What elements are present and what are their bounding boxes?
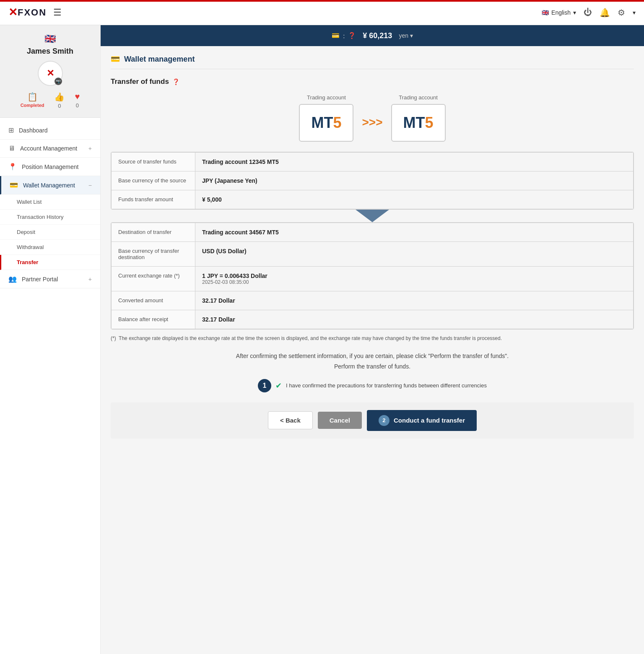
chevron-currency: ▾: [410, 32, 413, 39]
wallet-icon: 💳: [10, 181, 18, 189]
stat-completed: 📋 Completed: [21, 92, 44, 109]
chevron-down-icon: ▾: [573, 9, 576, 16]
top-navbar: ✕ FXON ☰ 🇬🇧 English ▾ ⏻ 🔔 ⚙ ▾: [0, 0, 644, 25]
power-icon[interactable]: ⏻: [584, 8, 592, 17]
currency-selector[interactable]: yen ▾: [399, 32, 413, 39]
sidebar-item-dashboard[interactable]: ⊞ Dashboard: [0, 121, 100, 140]
profile-stats: 📋 Completed 👍 0 ♥ 0: [7, 92, 93, 109]
section-title: Transfer of funds ❓: [111, 78, 634, 86]
main-content: 💳 : ❓ ¥ 60,213 yen ▾ 💳 Wallet management…: [101, 25, 644, 654]
converted-amount-label: Converted amount: [112, 291, 195, 310]
transfer-amount-value: ¥ 5,000: [195, 190, 634, 209]
expand-icon: +: [88, 276, 92, 283]
partner-icon: 👥: [8, 275, 17, 283]
flag-uk-icon: 🇬🇧: [542, 9, 549, 16]
source-account-col: Trading account MT 5: [299, 94, 353, 142]
logo-text: FXON: [18, 7, 47, 18]
stat-hearts: ♥ 0: [75, 92, 80, 109]
sidebar-item-transfer[interactable]: Transfer: [0, 255, 100, 270]
dest-info-table: Destination of transfer Trading account …: [111, 222, 634, 330]
withdrawal-label: Withdrawal: [17, 244, 44, 250]
hamburger-menu[interactable]: ☰: [53, 7, 62, 18]
sidebar-item-wallet-management[interactable]: 💳 Wallet Management −: [0, 176, 100, 195]
source-account-box: MT 5: [299, 104, 353, 142]
transfer-amount-label: Funds transfer amount: [112, 190, 195, 209]
sub-header: 💳 : ❓ ¥ 60,213 yen ▾: [101, 25, 644, 46]
section-help-icon[interactable]: ❓: [172, 78, 179, 85]
sidebar-item-label: Position Management: [22, 164, 78, 170]
transfer-label: Transfer: [17, 259, 38, 265]
source-funds-label: Source of transfer funds: [112, 153, 195, 171]
wallet-list-label: Wallet List: [17, 199, 42, 205]
sidebar-item-deposit[interactable]: Deposit: [0, 225, 100, 240]
table-row: Funds transfer amount ¥ 5,000: [112, 190, 634, 209]
avatar: ✕ 📷: [38, 61, 63, 86]
source-currency-label: Base currency of the source: [112, 171, 195, 190]
camera-icon[interactable]: 📷: [55, 78, 62, 85]
source-table: Source of transfer funds Trading account…: [111, 152, 634, 209]
checkbox-check-icon[interactable]: ✔: [275, 381, 282, 390]
sidebar-item-position-management[interactable]: 📍 Position Management: [0, 158, 100, 176]
exchange-rate-main: 1 JPY = 0.006433 Dollar: [202, 272, 626, 279]
monitor-icon: 🖥: [8, 145, 15, 152]
logo[interactable]: ✕ FXON: [8, 6, 47, 19]
page-header: 💳 Wallet management: [111, 54, 634, 69]
transfer-button-label: Conduct a fund transfer: [394, 417, 465, 424]
profile-flag: 🇬🇧: [7, 34, 93, 44]
page-title: Wallet management: [124, 55, 195, 64]
sidebar-item-partner-portal[interactable]: 👥 Partner Portal +: [0, 270, 100, 288]
help-circle-icon: ❓: [348, 32, 356, 39]
step1-badge: 1: [258, 379, 271, 392]
source-funds-value: Trading account 12345 MT5: [195, 153, 634, 171]
confirm-section: After confirming the settlement informat…: [111, 351, 634, 392]
table-row: Current exchange rate (*) 1 JPY = 0.0064…: [112, 267, 634, 291]
page-content: 💳 Wallet management Transfer of funds ❓ …: [101, 46, 644, 447]
sidebar-item-wallet-list[interactable]: Wallet List: [0, 195, 100, 210]
language-selector[interactable]: 🇬🇧 English ▾: [542, 9, 576, 16]
sidebar-item-label: Account Management: [20, 145, 77, 152]
source-currency-value: JPY (Japanese Yen): [195, 171, 634, 190]
logo-x: ✕: [8, 6, 18, 19]
sidebar-item-account-management[interactable]: 🖥 Account Management +: [0, 140, 100, 158]
dest-account-box: MT 5: [391, 104, 446, 142]
back-button[interactable]: < Back: [268, 411, 313, 429]
bell-icon[interactable]: 🔔: [600, 8, 610, 18]
balance-after-label: Balance after receipt: [112, 310, 195, 329]
step2-badge: 2: [379, 415, 390, 426]
transaction-history-label: Transaction History: [17, 214, 64, 220]
balance-after-value: 32.17 Dollar: [195, 310, 634, 329]
dest-mt-text: MT: [403, 114, 425, 132]
checkbox-row: 1 ✔ I have confirmed the precautions for…: [111, 379, 634, 392]
table-row: Balance after receipt 32.17 Dollar: [112, 310, 634, 329]
transfer-arrow-icon: >>>: [362, 116, 382, 129]
table-row: Destination of transfer Trading account …: [112, 223, 634, 242]
table-row: Base currency of transfer destination US…: [112, 242, 634, 267]
stat-likes: 👍 0: [54, 92, 65, 109]
table-row: Converted amount 32.17 Dollar: [112, 291, 634, 310]
sidebar-profile: 🇬🇧 James Smith ✕ 📷 📋 Completed 👍 0 ♥ 0: [0, 25, 100, 118]
source-account-label: Trading account: [299, 94, 353, 101]
exchange-rate-timestamp: 2025-02-03 08:35:00: [202, 279, 626, 285]
source-info-table: Source of transfer funds Trading account…: [111, 152, 634, 210]
settings-chevron: ▾: [633, 9, 636, 16]
sidebar-item-label: Partner Portal: [22, 276, 58, 283]
balance-display: ¥ 60,213: [363, 31, 392, 40]
dest-currency-label: Base currency of transfer destination: [112, 242, 195, 267]
colon-separator: :: [343, 32, 345, 39]
conduct-transfer-button[interactable]: 2 Conduct a fund transfer: [367, 410, 477, 431]
sidebar-nav: ⊞ Dashboard 🖥 Account Management + 📍 Pos…: [0, 118, 100, 654]
sidebar-item-label: Dashboard: [19, 127, 48, 134]
profile-name: James Smith: [7, 47, 93, 56]
exchange-rate-value: 1 JPY = 0.006433 Dollar 2025-02-03 08:35…: [195, 267, 634, 291]
source-num-text: 5: [333, 114, 341, 132]
sidebar-item-withdrawal[interactable]: Withdrawal: [0, 240, 100, 255]
settings-icon[interactable]: ⚙: [618, 8, 625, 18]
cancel-button[interactable]: Cancel: [318, 412, 362, 429]
nav-right: 🇬🇧 English ▾ ⏻ 🔔 ⚙ ▾: [542, 8, 636, 18]
nav-left: ✕ FXON ☰: [8, 6, 62, 19]
dest-table: Destination of transfer Trading account …: [111, 223, 634, 329]
main-layout: 🇬🇧 James Smith ✕ 📷 📋 Completed 👍 0 ♥ 0: [0, 25, 644, 654]
sidebar-item-transaction-history[interactable]: Transaction History: [0, 210, 100, 225]
source-mt-text: MT: [311, 114, 333, 132]
avatar-logo: ✕: [47, 68, 54, 79]
